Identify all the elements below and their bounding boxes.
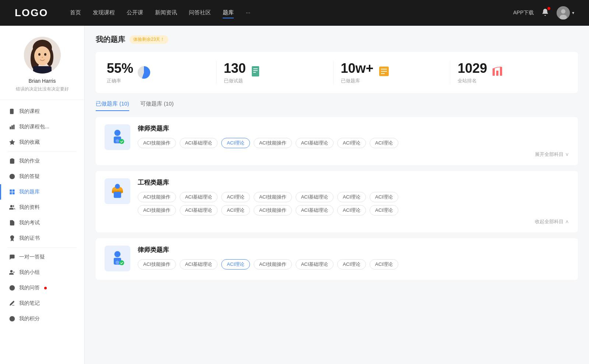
nav-qa[interactable]: 问答社区 (189, 8, 211, 18)
svg-point-1 (561, 9, 565, 14)
tag-1-2[interactable]: ACI基础理论 (180, 138, 218, 148)
tag-1-6[interactable]: ACI理论 (337, 138, 366, 148)
tag-3-1[interactable]: ACI技能操作 (138, 259, 176, 270)
doc-stat-icon (250, 65, 262, 80)
nav-news[interactable]: 新闻资讯 (155, 8, 177, 18)
avatar (557, 6, 570, 19)
tab-done-banks[interactable]: 已做题库 (10) (96, 100, 129, 111)
tag-2-2[interactable]: ACI基础理论 (180, 192, 218, 202)
tag-1-1[interactable]: ACI技能操作 (138, 138, 176, 148)
question-icon (9, 285, 15, 291)
page-title: 我的题库 (96, 35, 125, 44)
sidebar-item-label: 我的课程包... (19, 124, 49, 130)
star-icon (9, 139, 15, 146)
sidebar-item-label: 我的课程 (19, 108, 40, 115)
svg-rect-26 (13, 192, 14, 194)
tag-3-2[interactable]: ACI基础理论 (180, 259, 218, 270)
stat-number-accuracy: 55% 正确率 (107, 61, 133, 84)
sidebar-item-favorites[interactable]: 我的收藏 (0, 135, 84, 150)
svg-point-9 (44, 53, 46, 56)
tab-available-banks[interactable]: 可做题库 (10) (140, 100, 174, 111)
tag-1-7[interactable]: ACI理论 (370, 138, 398, 148)
notification-bell[interactable] (541, 8, 549, 18)
logo[interactable]: LOGO (15, 7, 48, 19)
stat-accuracy: 55% 正确率 (107, 61, 216, 84)
sidebar-item-points[interactable]: 我的积分 (0, 311, 84, 326)
category-card-lawyer-2: 律师类题库 ACI技能操作 ACI基础理论 ACI理论 ACI技能操作 ACI基… (96, 238, 578, 280)
sidebar-item-homework[interactable]: 我的作业 (0, 153, 84, 169)
nav-more[interactable]: ··· (246, 8, 250, 18)
sidebar-item-label: 我的积分 (19, 315, 40, 322)
tags-row-2b: ACI技能操作 ACI基础理论 ACI理论 ACI技能操作 ACI基础理论 AC… (138, 205, 569, 215)
profile-motto: 错误的决定比没有决定要好 (16, 86, 69, 92)
svg-rect-38 (252, 66, 259, 76)
sidebar-item-group[interactable]: 我的小组 (0, 265, 84, 280)
sidebar-item-certificate[interactable]: 我的证书 (0, 231, 84, 246)
category-content-2: 工程类题库 ACI技能操作 ACI基础理论 ACI理论 ACI技能操作 ACI基… (138, 178, 569, 225)
tag-2-1[interactable]: ACI技能操作 (138, 192, 176, 202)
sidebar-menu: 我的课程 我的课程包... 我的收藏 (0, 104, 84, 326)
expand-link-2[interactable]: 收起全部科目 ∧ (138, 218, 569, 225)
tag-2-3[interactable]: ACI理论 (221, 192, 250, 202)
sidebar-item-label: 我的题库 (19, 189, 40, 195)
sidebar-item-my-qa[interactable]: 我的问答 (0, 280, 84, 296)
sidebar-item-my-course[interactable]: 我的课程 (0, 104, 84, 119)
sidebar-item-exam-bank[interactable]: 我的题库 (0, 184, 84, 200)
engineer-icon (105, 178, 130, 204)
tag-2b-3[interactable]: ACI理论 (221, 205, 250, 215)
tag-3-6[interactable]: ACI理论 (337, 259, 366, 270)
nav-exam-bank[interactable]: 题库 (223, 8, 234, 18)
navbar-right: APP下载 ▾ (513, 6, 574, 19)
tag-2b-5[interactable]: ACI基础理论 (296, 205, 334, 215)
tag-3-4[interactable]: ACI技能操作 (254, 259, 292, 270)
sidebar-item-qa-help[interactable]: 我的答疑 (0, 169, 84, 184)
sidebar-item-profile[interactable]: 我的资料 (0, 200, 84, 215)
tag-3-3[interactable]: ACI理论 (221, 259, 250, 270)
tag-2b-1[interactable]: ACI技能操作 (138, 205, 176, 215)
svg-point-58 (114, 251, 121, 257)
clipboard-icon (9, 158, 15, 164)
tags-row-3: ACI技能操作 ACI基础理论 ACI理论 ACI技能操作 ACI基础理论 AC… (138, 259, 569, 270)
tag-2b-7[interactable]: ACI理论 (370, 205, 398, 215)
tag-1-5[interactable]: ACI基础理论 (296, 138, 334, 148)
svg-point-8 (38, 53, 40, 56)
category-content-1: 律师类题库 ACI技能操作 ACI基础理论 ACI理论 ACI技能操作 ACI基… (138, 124, 569, 158)
expand-link-1[interactable]: 展开全部科目 ∨ (138, 151, 569, 158)
trial-badge: 体验剩余23天！ (130, 35, 168, 44)
notification-badge (547, 7, 550, 10)
navbar: LOGO 首页 发现课程 公开课 新闻资讯 问答社区 题库 ··· APP下载 … (0, 0, 589, 26)
user-avatar-menu[interactable]: ▾ (557, 6, 574, 19)
tag-1-3[interactable]: ACI理论 (221, 138, 250, 148)
tag-2-6[interactable]: ACI理论 (337, 192, 366, 202)
svg-point-52 (119, 139, 124, 144)
tag-3-7[interactable]: ACI理论 (370, 259, 398, 270)
help-circle-icon (9, 173, 15, 180)
tag-2-7[interactable]: ACI理论 (370, 192, 398, 202)
tag-2b-2[interactable]: ACI基础理论 (180, 205, 218, 215)
tag-2-5[interactable]: ACI基础理论 (296, 192, 334, 202)
app-download-link[interactable]: APP下载 (513, 10, 534, 16)
sidebar-divider-2 (7, 247, 77, 248)
svg-marker-19 (10, 140, 14, 144)
svg-rect-24 (13, 190, 14, 192)
nav-open-course[interactable]: 公开课 (127, 8, 143, 18)
sidebar-item-exam[interactable]: 我的考试 (0, 215, 84, 231)
category-title-2: 工程类题库 (138, 178, 569, 187)
nav-discover[interactable]: 发现课程 (93, 8, 115, 18)
sidebar-item-one-on-one[interactable]: 一对一答疑 (0, 249, 84, 265)
tags-row-1: ACI技能操作 ACI基础理论 ACI理论 ACI技能操作 ACI基础理论 AC… (138, 138, 569, 148)
accuracy-pie-chart (138, 66, 150, 79)
tag-2b-4[interactable]: ACI技能操作 (254, 205, 292, 215)
sidebar-item-notes[interactable]: 我的笔记 (0, 296, 84, 311)
tag-1-4[interactable]: ACI技能操作 (254, 138, 292, 148)
nav-menu: 首页 发现课程 公开课 新闻资讯 问答社区 题库 ··· (70, 8, 513, 18)
tag-2b-6[interactable]: ACI理论 (337, 205, 366, 215)
tag-3-5[interactable]: ACI基础理论 (296, 259, 334, 270)
edit-icon (9, 300, 15, 307)
svg-point-35 (12, 289, 13, 289)
nav-home[interactable]: 首页 (70, 8, 81, 18)
tag-2-4[interactable]: ACI技能操作 (254, 192, 292, 202)
sidebar-item-course-pack[interactable]: 我的课程包... (0, 119, 84, 135)
svg-rect-57 (114, 192, 121, 198)
file-icon (9, 108, 15, 115)
